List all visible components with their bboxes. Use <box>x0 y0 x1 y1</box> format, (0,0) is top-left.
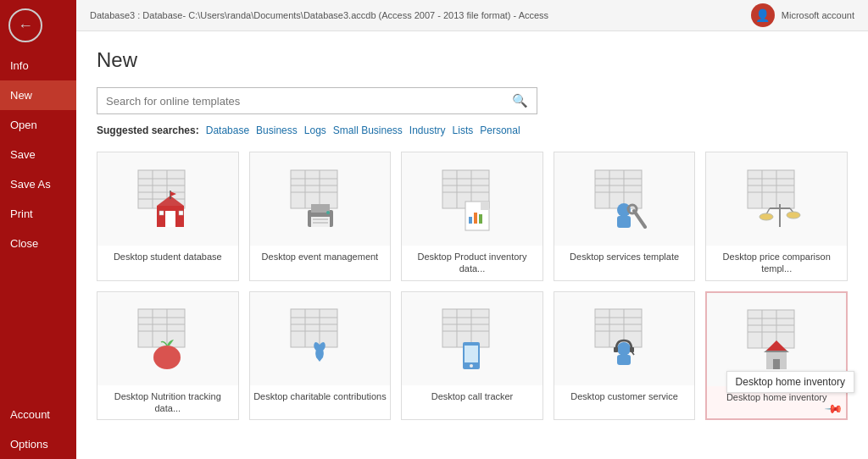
sidebar-item-new[interactable]: New <box>0 80 76 110</box>
sidebar: ← Info New Open Save Save As Print Close… <box>0 0 76 459</box>
svg-rect-90 <box>614 347 618 352</box>
svg-point-25 <box>326 211 330 214</box>
search-bar: 🔍 <box>97 87 537 114</box>
suggested-business[interactable]: Business <box>256 124 298 136</box>
svg-rect-23 <box>313 218 328 220</box>
template-charitable[interactable]: Desktop charitable contributions <box>249 291 392 421</box>
suggested-industry[interactable]: Industry <box>409 124 446 136</box>
svg-rect-24 <box>313 222 328 224</box>
template-thumb-event-mgmt <box>250 152 391 246</box>
file-path: Database3 : Database- C:\Users\randa\Doc… <box>90 10 548 20</box>
svg-point-58 <box>760 213 773 220</box>
template-label-student-db: Desktop student database <box>110 246 225 268</box>
home-inventory-tooltip: Desktop home inventory <box>726 371 854 393</box>
svg-rect-67 <box>291 309 337 347</box>
suggested-label: Suggested searches: <box>97 124 199 136</box>
suggested-searches: Suggested searches: Database Business Lo… <box>97 124 848 136</box>
search-input[interactable] <box>97 89 504 113</box>
template-thumb-customer-service <box>554 292 695 385</box>
suggested-personal[interactable]: Personal <box>480 124 520 136</box>
sidebar-item-account[interactable]: Account <box>0 400 76 429</box>
svg-point-88 <box>617 342 631 356</box>
template-label-charitable: Desktop charitable contributions <box>250 385 390 407</box>
svg-point-59 <box>787 212 800 218</box>
template-call-tracker[interactable]: Desktop call tracker <box>401 291 543 421</box>
top-bar: Database3 : Database- C:\Users\randa\Doc… <box>76 0 868 31</box>
template-thumb-product-inv <box>402 152 542 246</box>
svg-point-66 <box>153 346 181 369</box>
svg-rect-73 <box>442 309 489 347</box>
svg-rect-93 <box>748 310 794 348</box>
svg-rect-36 <box>474 213 477 224</box>
content-area: New 🔍 Suggested searches: Database Busin… <box>76 31 868 459</box>
account-label[interactable]: Microsoft account <box>782 10 854 20</box>
svg-rect-45 <box>617 216 631 228</box>
template-label-nutrition: Desktop Nutrition tracking data... <box>97 385 238 420</box>
back-button[interactable]: ← <box>8 8 42 42</box>
svg-rect-12 <box>159 211 164 215</box>
template-label-price-compare: Desktop price comparison templ... <box>706 246 847 280</box>
template-product-inv[interactable]: Desktop Product inventory data... <box>401 152 543 281</box>
sidebar-item-print[interactable]: Print <box>0 199 76 229</box>
page-title: New <box>97 48 848 72</box>
sidebar-item-save-as[interactable]: Save As <box>0 169 76 199</box>
template-thumb-nutrition <box>97 292 238 385</box>
template-label-services: Desktop services template <box>566 246 682 268</box>
svg-rect-35 <box>469 217 472 224</box>
svg-rect-101 <box>773 359 780 369</box>
svg-point-81 <box>470 364 473 368</box>
svg-rect-89 <box>617 355 631 365</box>
account-avatar: 👤 <box>751 3 775 27</box>
svg-rect-13 <box>179 211 183 215</box>
template-thumb-student-db <box>97 152 238 246</box>
template-services[interactable]: Desktop services template <box>554 152 696 281</box>
svg-rect-80 <box>465 346 478 362</box>
svg-rect-14 <box>291 170 337 208</box>
suggested-logs[interactable]: Logs <box>304 124 326 136</box>
sidebar-item-close[interactable]: Close <box>0 229 76 258</box>
svg-point-47 <box>628 205 637 213</box>
template-customer-service[interactable]: Desktop customer service <box>554 291 696 421</box>
template-thumb-services <box>554 152 695 246</box>
suggested-small-business[interactable]: Small Business <box>333 124 403 136</box>
template-label-customer-service: Desktop customer service <box>567 385 682 407</box>
svg-rect-37 <box>479 214 482 224</box>
template-event-mgmt[interactable]: Desktop event management <box>249 152 392 281</box>
svg-rect-38 <box>595 170 642 208</box>
svg-rect-34 <box>481 202 489 210</box>
template-thumb-charitable <box>250 292 391 385</box>
template-nutrition[interactable]: Desktop Nutrition tracking data... <box>97 291 239 421</box>
svg-rect-9 <box>165 211 175 227</box>
template-price-compare[interactable]: Desktop price comparison templ... <box>705 152 848 281</box>
suggested-lists[interactable]: Lists <box>453 124 474 136</box>
template-grid: Desktop student database <box>97 152 848 420</box>
template-thumb-call-tracker <box>402 292 542 385</box>
template-label-event-mgmt: Desktop event management <box>259 246 382 268</box>
template-student-db[interactable]: Desktop student database <box>97 152 239 281</box>
template-thumb-price-compare <box>706 152 847 246</box>
sidebar-item-save[interactable]: Save <box>0 140 76 169</box>
sidebar-item-open[interactable]: Open <box>0 110 76 140</box>
svg-rect-48 <box>748 170 794 208</box>
template-home-inventory[interactable]: Desktop home inventory Desktop home inve… <box>705 291 848 421</box>
template-label-product-inv: Desktop Product inventory data... <box>402 246 542 280</box>
account-area: 👤 Microsoft account <box>751 3 854 27</box>
main-panel: Database3 : Database- C:\Users\randa\Doc… <box>76 0 868 459</box>
search-button[interactable]: 🔍 <box>504 88 537 113</box>
sidebar-item-options[interactable]: Options <box>0 429 76 459</box>
sidebar-item-info[interactable]: Info <box>0 51 76 80</box>
template-label-call-tracker: Desktop call tracker <box>428 385 517 407</box>
suggested-database[interactable]: Database <box>206 124 249 136</box>
